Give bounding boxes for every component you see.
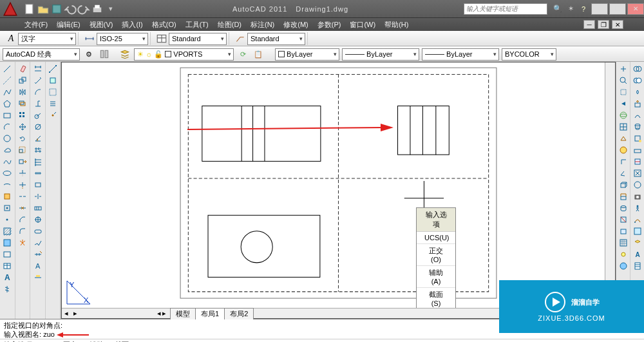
3dface-icon[interactable]: [616, 133, 630, 144]
extrude-icon[interactable]: [616, 191, 630, 202]
stretch-icon[interactable]: [15, 156, 30, 167]
table-style-select[interactable]: Standard: [169, 33, 227, 45]
break-icon[interactable]: [15, 191, 30, 202]
list-icon[interactable]: [46, 98, 60, 109]
polygon-icon[interactable]: [0, 98, 14, 109]
ucs-tool-icon[interactable]: [616, 156, 630, 167]
dim-style-icon[interactable]: [83, 32, 96, 45]
erase-icon[interactable]: [15, 63, 30, 75]
flatshot-icon[interactable]: [630, 144, 644, 156]
maximize-button[interactable]: ☐: [609, 3, 626, 15]
block-icon[interactable]: [0, 202, 14, 214]
anipath-icon[interactable]: [630, 214, 644, 225]
visualstyle-icon[interactable]: [630, 179, 644, 191]
help-search-input[interactable]: [464, 4, 547, 14]
slice-icon[interactable]: [616, 214, 630, 225]
fillet-icon[interactable]: [15, 225, 30, 237]
dimtedit-icon[interactable]: A: [31, 260, 45, 272]
sectionplane-icon[interactable]: [630, 156, 644, 167]
workspace-select[interactable]: AutoCAD 经典: [3, 48, 80, 61]
rect-icon[interactable]: [0, 109, 14, 121]
doc-minimize[interactable]: ─: [583, 20, 595, 29]
props-icon[interactable]: [630, 260, 644, 272]
diminspect-icon[interactable]: [31, 225, 45, 237]
dimlinear-icon[interactable]: [31, 63, 45, 75]
app-icon[interactable]: [1, 0, 19, 18]
dimbaseline-icon[interactable]: [31, 156, 45, 167]
explode-icon[interactable]: [15, 237, 30, 249]
table-icon[interactable]: [0, 260, 14, 272]
region-icon[interactable]: [0, 249, 14, 260]
qat-new-icon[interactable]: [23, 3, 36, 15]
opt-ucs[interactable]: UCS(U): [417, 232, 455, 244]
search-icon[interactable]: 🔍: [551, 3, 564, 15]
pline-icon[interactable]: [0, 86, 14, 98]
extend-icon[interactable]: [15, 179, 30, 191]
dimdiameter-icon[interactable]: [31, 121, 45, 133]
gradient-icon[interactable]: [0, 237, 14, 249]
sweep-icon[interactable]: [630, 109, 644, 121]
line-icon[interactable]: [0, 63, 14, 75]
tolerance-icon[interactable]: [31, 202, 45, 214]
pan-icon[interactable]: [616, 63, 630, 75]
background-icon[interactable]: [630, 225, 644, 237]
ellipse-arc-icon[interactable]: [0, 179, 14, 191]
table-style-icon[interactable]: [155, 32, 168, 45]
menu-help[interactable]: 帮助(H): [381, 19, 412, 31]
qdim-icon[interactable]: [31, 144, 45, 156]
layer-tools-icon[interactable]: [630, 237, 644, 249]
dimedit-icon[interactable]: [31, 249, 45, 260]
dimarc-icon[interactable]: [31, 86, 45, 98]
layer-prev-icon[interactable]: ⟳: [236, 48, 249, 61]
revolve-icon[interactable]: [616, 202, 630, 214]
helix-icon[interactable]: [0, 283, 14, 295]
opt-ortho[interactable]: 正交(O): [417, 244, 455, 266]
menu-format[interactable]: 格式(O): [148, 19, 180, 31]
spline-icon[interactable]: [0, 156, 14, 167]
render-icon[interactable]: [616, 144, 630, 156]
join-icon[interactable]: [15, 202, 30, 214]
minimize-button[interactable]: ─: [591, 3, 608, 15]
mleader-style-icon[interactable]: [234, 32, 247, 45]
close-button[interactable]: ✕: [627, 3, 644, 15]
tab-layout1[interactable]: 布局1: [195, 308, 225, 319]
tab-model[interactable]: 模型: [170, 308, 196, 319]
insert-icon[interactable]: [0, 191, 14, 202]
zoom-prev-icon[interactable]: [616, 98, 630, 109]
opt-aux[interactable]: 辅助(A): [417, 266, 455, 288]
walk-icon[interactable]: [630, 202, 644, 214]
zoom-window-icon[interactable]: [616, 86, 630, 98]
camera-icon[interactable]: [630, 191, 644, 202]
doc-restore[interactable]: ❐: [598, 20, 609, 29]
zoom-icon[interactable]: [616, 75, 630, 86]
copy-icon[interactable]: [15, 75, 30, 86]
help-icon[interactable]: ?: [577, 3, 590, 15]
dimspace-icon[interactable]: [31, 179, 45, 191]
mleader-style-select[interactable]: Standard: [247, 33, 305, 45]
mtext-icon[interactable]: A: [0, 272, 14, 283]
dim-style-select[interactable]: ISO-25: [97, 33, 148, 45]
material-icon[interactable]: [616, 260, 630, 272]
rotate-icon[interactable]: [15, 133, 30, 144]
scale-icon[interactable]: [15, 144, 30, 156]
union-icon[interactable]: [630, 63, 644, 75]
qat-dropdown-icon[interactable]: ▾: [104, 3, 117, 15]
area-icon[interactable]: [46, 75, 60, 86]
dimbreak-icon[interactable]: [31, 191, 45, 202]
ellipse-icon[interactable]: [0, 167, 14, 179]
color-select[interactable]: ByLayer: [275, 48, 339, 61]
qat-redo-icon[interactable]: [77, 3, 90, 15]
layer-states-icon[interactable]: 📋: [252, 48, 265, 61]
qat-print-icon[interactable]: [91, 3, 104, 15]
dimcontinue-icon[interactable]: [31, 167, 45, 179]
tab-layout2[interactable]: 布局2: [224, 308, 254, 319]
linetype-select[interactable]: ByLayer: [342, 48, 419, 61]
opt-section[interactable]: 截面(S): [417, 288, 455, 310]
mesh-icon[interactable]: [616, 237, 630, 249]
ime-select[interactable]: 汉字: [18, 33, 76, 45]
menu-tools[interactable]: 工具(T): [182, 19, 213, 31]
presspull-icon[interactable]: [630, 98, 644, 109]
layer-select[interactable]: ☀ ☼ 🔓 VPORTS: [134, 48, 234, 61]
mirror-icon[interactable]: [15, 86, 30, 98]
loft-icon[interactable]: [630, 121, 644, 133]
